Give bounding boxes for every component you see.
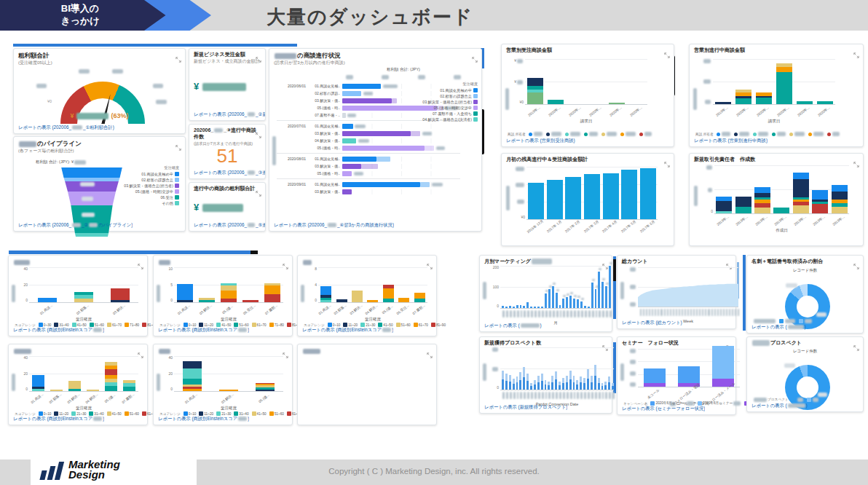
mask: [687, 309, 689, 316]
expand-icon[interactable]: [853, 48, 859, 54]
element: [551, 382, 553, 390]
vbar: [523, 306, 525, 308]
mask: [788, 403, 805, 408]
mask: [580, 392, 583, 399]
metric-count: 51: [189, 146, 265, 165]
bar-chart: ¥02016年 12月2017年 1月2017年 2月2017年 3月2017年…: [512, 167, 658, 232]
report-link[interactable]: レポートの表示 (営業別受注商談): [506, 138, 575, 144]
expand-icon[interactable]: [853, 259, 859, 265]
expand-icon[interactable]: [427, 259, 433, 265]
mask: [630, 360, 636, 364]
element: [584, 306, 586, 308]
vc-bars: [714, 165, 849, 213]
panel-card-phone-ratio: 名刺＋電話番号取得済みの割合 レコード件数 レポートの表示 (): [746, 255, 864, 334]
element: [612, 386, 614, 390]
vc-plot: [174, 267, 283, 303]
element: [541, 307, 543, 308]
element: [427, 264, 433, 269]
lg-l: 21~30: [221, 412, 231, 416]
expand-icon[interactable]: [472, 52, 478, 58]
report-link[interactable]: レポートの表示 (202006__③進行中商...: [194, 170, 265, 176]
report-link[interactable]: レポートの表示 (新規獲得プロスペクト): [484, 404, 567, 411]
expand-icon[interactable]: [726, 259, 732, 265]
report-link[interactable]: レポートの表示 (商談別Einsteinスコア): [13, 327, 104, 334]
element: [221, 291, 237, 299]
vc-ytick: [629, 371, 636, 376]
mask: [652, 309, 653, 316]
report-link[interactable]: レポートの表示 (営業別進行中商談): [694, 138, 768, 144]
expand-icon[interactable]: [427, 348, 433, 354]
vbar: [604, 382, 607, 390]
report-link[interactable]: レポートの表示 (202006__⑤進行中の...: [194, 222, 265, 229]
vbar: [716, 197, 732, 213]
expand-icon[interactable]: [175, 52, 181, 58]
lg-i: [620, 132, 636, 136]
vbar: [105, 362, 117, 391]
gl: [638, 267, 738, 268]
expand-icon[interactable]: [138, 348, 143, 354]
lg-i: [772, 132, 786, 136]
report-link[interactable]: レポートの表示 (202006__①粗利額合計): [18, 125, 114, 131]
stacked-bar-chart: 4020001.商談...02.顧客...03.解決...受注確度: [15, 267, 138, 322]
element: レポートの表示 (商談別Einsteinスコア: [302, 327, 382, 332]
lg-i: 02.顧客の課題合意: [124, 177, 179, 183]
sw: [473, 88, 478, 92]
report-link[interactable]: レポートの表示 (202006__②新規ビジ...: [194, 111, 265, 118]
dashboard-top-strip: [9, 251, 250, 254]
hg-ext: [411, 131, 420, 136]
element: [509, 306, 511, 308]
expand-icon[interactable]: [602, 259, 608, 265]
expand-icon[interactable]: [138, 259, 143, 265]
panel-pipeline-funnel: のパイプライン (各フェーズ毎の粗利額合計) 粗利額 合計: (JPY): ¥ …: [13, 136, 186, 232]
vc-cat: 2016年 12月: [526, 218, 547, 237]
expand-icon[interactable]: [256, 186, 261, 192]
lg-i: [789, 132, 805, 136]
report-link[interactable]: レポートの表示 (): [484, 323, 542, 329]
report-link[interactable]: レポートの表示 (商談別Einsteinスコア): [302, 327, 393, 334]
sw: [473, 100, 478, 104]
expand-icon[interactable]: [664, 48, 670, 54]
vbar: [513, 379, 515, 390]
report-link[interactable]: レポートの表示 (商談別Einsteinスコア): [158, 416, 249, 422]
report-link[interactable]: レポートの表示 (商談別Einsteinスコア): [158, 327, 249, 334]
report-link[interactable]: レポートの表示 (商談別Einsteinスコア): [13, 416, 104, 422]
expand-icon[interactable]: [175, 141, 181, 146]
report-link[interactable]: レポートの表示 (セミナーフォロー状況): [622, 406, 705, 412]
element: [398, 298, 409, 302]
mask: [14, 349, 31, 354]
element: [773, 208, 789, 213]
vbar: [573, 376, 575, 390]
report-link[interactable]: レポートの表示 (): [751, 324, 806, 331]
report-link[interactable]: レポートの表示 (): [751, 403, 808, 409]
element: [665, 53, 669, 58]
legend: 商談 所有者: [695, 132, 840, 136]
element: [580, 382, 582, 390]
vc-cat: 2017年 3月: [583, 218, 602, 237]
lg-l: [533, 132, 543, 136]
scrollbar-thumb[interactable]: [250, 251, 258, 254]
expand-icon[interactable]: [853, 341, 859, 347]
expand-icon[interactable]: [283, 348, 288, 354]
report-link[interactable]: レポートの表示 (202006__④翌3か月の商談進行状況): [274, 222, 394, 229]
expand-icon[interactable]: [256, 52, 261, 58]
expand-icon[interactable]: [853, 157, 859, 163]
vc-plot: [525, 59, 647, 105]
expand-icon[interactable]: [283, 259, 288, 265]
expand-icon[interactable]: [664, 157, 670, 163]
lg-i: 81~90: [431, 323, 446, 327]
sw: [175, 195, 179, 200]
vbar: [505, 374, 508, 390]
mask: [563, 392, 565, 399]
element: ): [248, 416, 249, 421]
element: [601, 282, 604, 308]
mask: [492, 367, 498, 371]
expand-icon[interactable]: [602, 341, 608, 347]
element: [812, 204, 828, 213]
report-link[interactable]: レポートの表示 (総カウント): [622, 320, 682, 326]
sw: [792, 398, 796, 402]
element: [555, 371, 557, 379]
expand-icon[interactable]: [256, 128, 261, 134]
report-link[interactable]: レポートの表示 (202006__②のパイプライン): [18, 222, 133, 229]
mask: [630, 371, 636, 376]
mask: [567, 310, 569, 318]
